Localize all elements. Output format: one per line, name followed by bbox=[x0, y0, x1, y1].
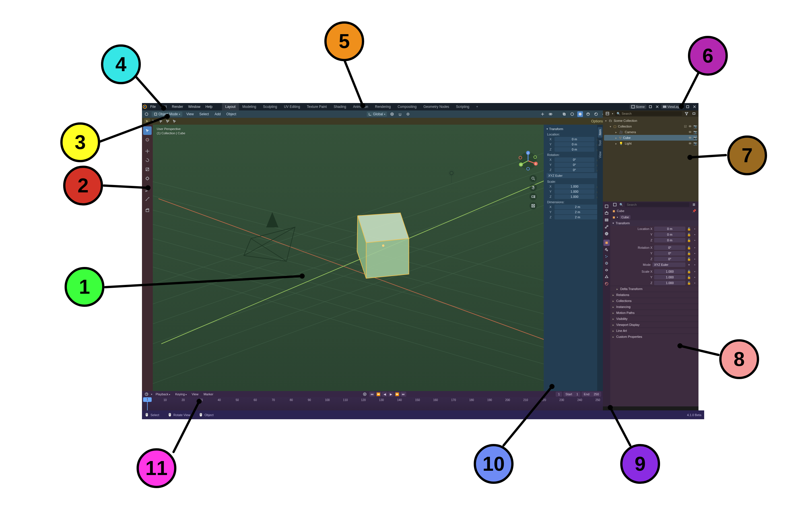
select-mode-extend-icon[interactable] bbox=[151, 118, 157, 124]
perspective-toggle-icon[interactable] bbox=[529, 202, 537, 209]
prop-tab-particles-icon[interactable] bbox=[604, 253, 610, 260]
workspace-rendering[interactable]: Rendering bbox=[372, 103, 394, 110]
prop-tab-render-icon[interactable] bbox=[604, 203, 610, 209]
zoom-icon[interactable] bbox=[529, 175, 537, 182]
select-mode-intersect-icon[interactable] bbox=[172, 118, 177, 124]
scene-selector[interactable]: Scene bbox=[630, 105, 646, 109]
eye-icon[interactable]: 👁 bbox=[689, 142, 692, 145]
lock-icon[interactable]: 🔓 bbox=[687, 246, 691, 250]
tool-add-primitive[interactable] bbox=[143, 206, 152, 215]
p-scale-x[interactable]: 1.000 bbox=[654, 269, 686, 274]
n-loc-z[interactable]: 0 m bbox=[554, 147, 594, 152]
tool-transform[interactable] bbox=[143, 174, 152, 183]
prop-tab-physics-icon[interactable] bbox=[604, 260, 610, 266]
p-scale-y[interactable]: 1.000 bbox=[654, 275, 686, 280]
viewport-3d[interactable]: User Perspective (1) Collection | Cube X… bbox=[153, 125, 603, 391]
n-rot-x[interactable]: 0° bbox=[554, 158, 594, 162]
lock-icon[interactable]: 🔓 bbox=[687, 257, 691, 261]
workspace-animation[interactable]: Animation bbox=[350, 103, 372, 110]
prop-tab-scene-icon[interactable] bbox=[604, 224, 610, 230]
current-frame-field[interactable]: 1 bbox=[556, 392, 562, 397]
p-mode[interactable]: XYZ Euler bbox=[652, 262, 686, 267]
props-instancing[interactable]: Instancing bbox=[610, 304, 698, 310]
outliner-root[interactable]: 🗀 Scene Collection bbox=[604, 118, 697, 123]
jump-end-icon[interactable]: ⏭ bbox=[401, 392, 406, 397]
animate-icon[interactable]: • bbox=[693, 276, 697, 279]
p-rot-y[interactable]: 0° bbox=[654, 251, 686, 256]
properties-editor-icon[interactable] bbox=[612, 202, 618, 207]
timeline-menu-marker[interactable]: Marker bbox=[202, 393, 215, 396]
prop-tab-output-icon[interactable] bbox=[604, 210, 610, 216]
outliner-editor-icon[interactable] bbox=[605, 111, 610, 116]
editor-type-selector-icon[interactable] bbox=[144, 111, 149, 117]
proportional-edit-icon[interactable] bbox=[405, 111, 411, 117]
animate-icon[interactable]: • bbox=[693, 281, 697, 285]
transform-orientation[interactable]: Global ▾ bbox=[367, 112, 387, 117]
tool-select-box[interactable] bbox=[143, 126, 152, 135]
lock-icon[interactable]: 🔓 bbox=[687, 281, 691, 285]
mode-selector[interactable]: Object Mode ▾ bbox=[152, 112, 182, 117]
n-tab-item[interactable]: Item bbox=[598, 127, 602, 138]
select-mode-invert-icon[interactable] bbox=[165, 118, 170, 124]
lock-icon[interactable]: 🔓 bbox=[687, 270, 691, 274]
timeline-editor-icon[interactable] bbox=[144, 391, 149, 397]
exclude-checkbox-icon[interactable]: ☑ bbox=[684, 125, 687, 128]
outliner-search[interactable]: 🔍 Search bbox=[615, 111, 682, 116]
n-dim-y[interactable]: 2 m bbox=[554, 210, 601, 214]
animate-icon[interactable]: • bbox=[693, 246, 697, 249]
lock-icon[interactable]: 🔓 bbox=[687, 233, 691, 236]
animate-icon[interactable]: • bbox=[693, 238, 697, 242]
outliner-item-light[interactable]: 💡 Light 👁📷 bbox=[604, 141, 697, 146]
tool-scale[interactable] bbox=[143, 165, 152, 174]
props-visibility[interactable]: Visibility bbox=[610, 316, 698, 322]
header-menu-add[interactable]: Add bbox=[213, 112, 222, 116]
auto-keying-icon[interactable] bbox=[362, 391, 368, 397]
workspace-shading[interactable]: Shading bbox=[330, 103, 350, 110]
tool-annotate[interactable] bbox=[143, 185, 152, 194]
nav-gizmo[interactable]: X Y Z bbox=[518, 151, 538, 171]
properties-search-input[interactable] bbox=[625, 202, 689, 207]
props-delta-transform[interactable]: Delta Transform bbox=[610, 286, 698, 292]
keyframe-prev-icon[interactable]: ⏪ bbox=[376, 392, 381, 397]
workspace-scripting[interactable]: Scripting bbox=[453, 103, 473, 110]
prop-tab-viewlayer-icon[interactable] bbox=[604, 217, 610, 223]
animate-icon[interactable]: • bbox=[693, 252, 697, 255]
lock-icon[interactable]: 🔓 bbox=[687, 227, 691, 231]
lock-icon[interactable]: 🔓 bbox=[687, 276, 691, 279]
p-rot-z[interactable]: 0° bbox=[654, 257, 686, 261]
pin-icon[interactable]: 📌 bbox=[692, 209, 696, 213]
menu-file[interactable]: File bbox=[148, 105, 158, 109]
tool-measure[interactable] bbox=[143, 195, 152, 203]
jump-start-icon[interactable]: ⏮ bbox=[369, 392, 375, 397]
animate-icon[interactable]: • bbox=[693, 227, 697, 231]
p-rot-x[interactable]: 0° bbox=[654, 245, 686, 250]
breadcrumb-data-label[interactable]: Cube bbox=[620, 215, 631, 219]
shading-matpreview-icon[interactable] bbox=[585, 111, 591, 117]
props-line-art[interactable]: Line Art bbox=[610, 327, 698, 334]
tool-rotate[interactable] bbox=[143, 156, 152, 165]
workspace-texture-paint[interactable]: Texture Paint bbox=[303, 103, 330, 110]
lock-icon[interactable]: 🔓 bbox=[687, 252, 691, 255]
n-rotation-mode[interactable]: XYZ Euler ▾ bbox=[547, 173, 601, 178]
scene-cube[interactable] bbox=[357, 213, 409, 278]
workspace-compositing[interactable]: Compositing bbox=[394, 103, 420, 110]
prop-tab-object-icon[interactable] bbox=[604, 240, 610, 246]
pivot-point-icon[interactable] bbox=[389, 111, 395, 117]
n-dim-z[interactable]: 2 m bbox=[554, 215, 601, 220]
viewlayer-selector[interactable]: ViewLayer bbox=[661, 105, 684, 109]
camera-view-icon[interactable] bbox=[529, 193, 537, 200]
render-visibility-icon[interactable]: 📷 bbox=[693, 125, 697, 128]
chevron-down-icon[interactable]: ▾ bbox=[617, 216, 618, 219]
options-dropdown[interactable]: Options bbox=[591, 119, 603, 123]
props-transform-header[interactable]: ▾ Transform bbox=[610, 220, 698, 226]
xray-toggle-icon[interactable] bbox=[561, 111, 567, 117]
timeline-menu-keying[interactable]: Keying ▾ bbox=[174, 393, 188, 396]
shading-solid-icon[interactable] bbox=[577, 111, 583, 117]
eye-icon[interactable]: 👁 bbox=[689, 130, 692, 134]
prop-tab-modifiers-icon[interactable] bbox=[604, 247, 610, 253]
n-dim-x[interactable]: 2 m bbox=[554, 205, 601, 209]
n-transform-header[interactable]: ▾ Transform bbox=[547, 126, 601, 132]
outliner-filter-icon[interactable] bbox=[684, 111, 689, 116]
timeline-menu-view[interactable]: View bbox=[190, 393, 200, 396]
n-scale-z[interactable]: 1.000 bbox=[554, 194, 594, 199]
